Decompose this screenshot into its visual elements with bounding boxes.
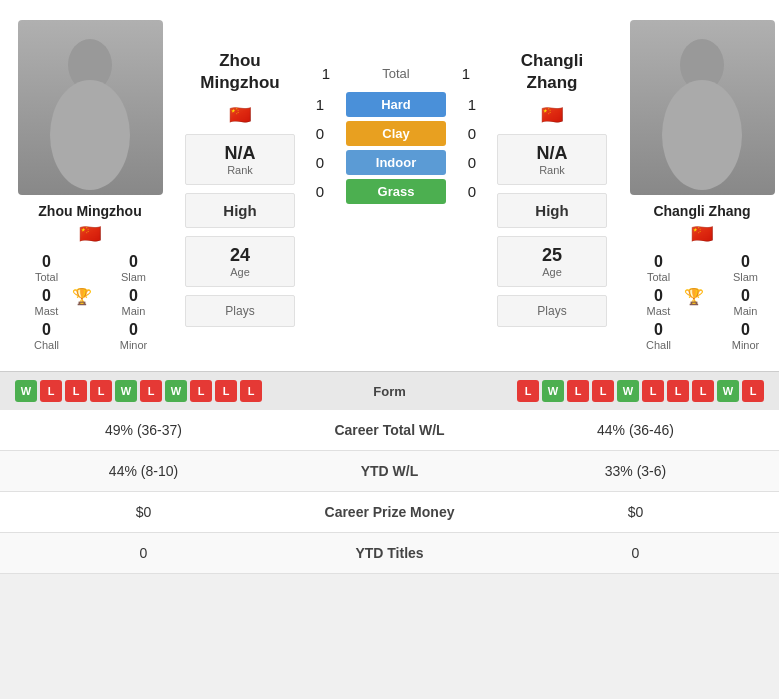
left-slam-value: 0: [129, 253, 138, 271]
right-high-value: High: [502, 202, 602, 219]
stat-right-2: $0: [492, 492, 779, 533]
left-plays-value: Plays: [190, 304, 290, 318]
right-minor-value: 0: [741, 321, 750, 339]
form-section: WLLLWLWLLL Form LWLLWLLLWL: [0, 371, 779, 410]
left-age-value: 24: [190, 245, 290, 266]
right-age-block: 25 Age: [497, 236, 607, 287]
form-badges-left: WLLLWLWLLL: [15, 380, 330, 402]
stat-right-3: 0: [492, 533, 779, 574]
main-container: Zhou Mingzhou 🇨🇳 0 Total 0 Slam 0 Mast 🏆: [0, 0, 779, 574]
form-badge-left: L: [90, 380, 112, 402]
left-slam-stat: 0 Slam: [92, 253, 175, 283]
left-main-label: Main: [122, 305, 146, 317]
left-player-stats: 0 Total 0 Slam 0 Mast 🏆 0 Main 0: [5, 253, 175, 351]
form-badge-right: L: [567, 380, 589, 402]
form-badge-right: W: [717, 380, 739, 402]
right-player-name: Changli Zhang: [653, 203, 750, 219]
clay-row: 0 Clay 0: [300, 121, 492, 146]
top-section: Zhou Mingzhou 🇨🇳 0 Total 0 Slam 0 Mast 🏆: [0, 0, 779, 371]
indoor-score-right: 0: [452, 154, 492, 171]
left-total-value: 0: [42, 253, 51, 271]
right-rank-label: Rank: [502, 164, 602, 176]
left-player-name: Zhou Mingzhou: [38, 203, 141, 219]
right-middle-stats: Changli Zhang 🇨🇳 N/A Rank High 25 Age Pl…: [492, 10, 612, 361]
grass-row: 0 Grass 0: [300, 179, 492, 204]
right-total-stat: 0 Total: [617, 253, 700, 283]
stats-row: $0 Career Prize Money $0: [0, 492, 779, 533]
stat-center-0: Career Total W/L: [287, 410, 492, 451]
right-slam-label: Slam: [733, 271, 758, 283]
form-label: Form: [330, 384, 450, 399]
right-plays-block: Plays: [497, 295, 607, 327]
stats-table: 49% (36-37) Career Total W/L 44% (36-46)…: [0, 410, 779, 574]
right-main-stat: 🏆 0 Main: [704, 287, 779, 317]
left-age-label: Age: [190, 266, 290, 278]
center-surfaces: 1 Total 1 1 Hard 1 0 Clay 0 0 Indoor 0: [300, 10, 492, 361]
form-badge-left: W: [165, 380, 187, 402]
right-mast-label: Mast: [647, 305, 671, 317]
hard-score-right: 1: [452, 96, 492, 113]
right-chall-label: Chall: [646, 339, 671, 351]
stat-center-1: YTD W/L: [287, 451, 492, 492]
form-badge-left: L: [215, 380, 237, 402]
right-flag-middle: 🇨🇳: [541, 105, 563, 125]
clay-badge: Clay: [346, 121, 446, 146]
form-badge-left: L: [240, 380, 262, 402]
form-badge-left: L: [190, 380, 212, 402]
indoor-badge: Indoor: [346, 150, 446, 175]
right-slam-value: 0: [741, 253, 750, 271]
left-rank-value: N/A: [190, 143, 290, 164]
stats-row: 0 YTD Titles 0: [0, 533, 779, 574]
form-badge-right: L: [517, 380, 539, 402]
hard-badge: Hard: [346, 92, 446, 117]
form-badge-right: L: [742, 380, 764, 402]
stat-left-2: $0: [0, 492, 287, 533]
right-total-value: 0: [654, 253, 663, 271]
right-chall-stat: 0 Chall: [617, 321, 700, 351]
form-badge-right: L: [592, 380, 614, 402]
right-name-line2: Zhang: [527, 73, 578, 92]
left-plays-block: Plays: [185, 295, 295, 327]
hard-row: 1 Hard 1: [300, 92, 492, 117]
stat-left-0: 49% (36-37): [0, 410, 287, 451]
stat-center-2: Career Prize Money: [287, 492, 492, 533]
right-high-block: High: [497, 193, 607, 228]
stat-center-3: YTD Titles: [287, 533, 492, 574]
form-badges-right: LWLLWLLLWL: [450, 380, 765, 402]
right-player-silhouette: [642, 35, 762, 195]
indoor-score-left: 0: [300, 154, 340, 171]
right-slam-stat: 0 Slam: [704, 253, 779, 283]
right-chall-value: 0: [654, 321, 663, 339]
stats-row: 49% (36-37) Career Total W/L 44% (36-46): [0, 410, 779, 451]
form-badge-left: L: [65, 380, 87, 402]
form-badge-left: L: [40, 380, 62, 402]
right-total-label: Total: [647, 271, 670, 283]
svg-rect-5: [692, 87, 712, 105]
right-rank-value: N/A: [502, 143, 602, 164]
stat-right-0: 44% (36-46): [492, 410, 779, 451]
left-main-stat-with-trophy: 🏆 0 Main: [92, 287, 175, 317]
total-score-right: 1: [446, 65, 486, 82]
left-chall-stat: 0 Chall: [5, 321, 88, 351]
total-label: Total: [346, 66, 446, 81]
right-mast-value: 0: [654, 287, 663, 305]
right-minor-label: Minor: [732, 339, 760, 351]
right-minor-stat: 0 Minor: [704, 321, 779, 351]
right-player-flag: 🇨🇳: [691, 223, 713, 245]
left-chall-label: Chall: [34, 339, 59, 351]
left-total-stat: 0 Total: [5, 253, 88, 283]
left-slam-label: Slam: [121, 271, 146, 283]
form-badge-right: W: [542, 380, 564, 402]
left-mast-label: Mast: [35, 305, 59, 317]
grass-badge: Grass: [346, 179, 446, 204]
stats-row: 44% (8-10) YTD W/L 33% (3-6): [0, 451, 779, 492]
left-rank-block: N/A Rank: [185, 134, 295, 185]
right-age-label: Age: [502, 266, 602, 278]
form-badge-left: L: [140, 380, 162, 402]
stat-right-1: 33% (3-6): [492, 451, 779, 492]
form-badge-right: W: [617, 380, 639, 402]
right-player-avatar: [630, 20, 775, 195]
clay-score-left: 0: [300, 125, 340, 142]
right-rank-block: N/A Rank: [497, 134, 607, 185]
left-chall-value: 0: [42, 321, 51, 339]
